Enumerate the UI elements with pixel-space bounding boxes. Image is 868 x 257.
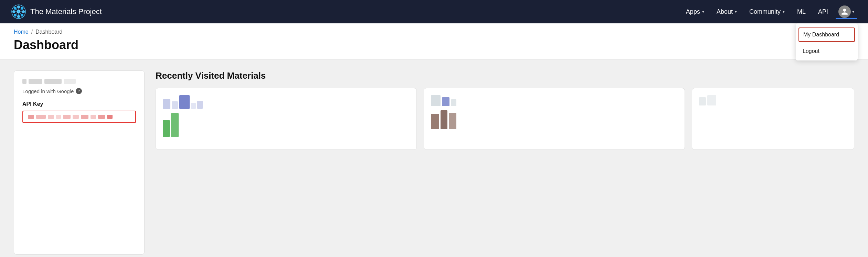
about-chevron-icon: ▾ — [735, 9, 737, 14]
name-blur-2 — [29, 79, 42, 84]
recently-visited-title: Recently Visited Materials — [156, 70, 854, 81]
logout-menu-item[interactable]: Logout — [796, 44, 858, 58]
navbar: The Materials Project Apps ▾ About ▾ Com… — [0, 0, 868, 23]
name-blur-3 — [44, 79, 62, 84]
nav-apps-label: Apps — [686, 8, 700, 15]
brand: The Materials Project — [11, 4, 681, 19]
nav-ml[interactable]: ML — [792, 5, 811, 18]
breadcrumb: Home / Dashboard — [14, 29, 854, 35]
avatar — [838, 5, 851, 18]
material-card-1[interactable] — [156, 88, 417, 150]
name-blur-1 — [22, 79, 27, 84]
key-blur-2 — [36, 115, 46, 119]
breadcrumb-separator: / — [31, 29, 33, 35]
breadcrumb-home-link[interactable]: Home — [14, 29, 29, 35]
materials-grid — [156, 88, 854, 150]
community-chevron-icon: ▾ — [783, 9, 785, 14]
key-blur-1 — [28, 115, 34, 119]
material-card-2[interactable] — [424, 88, 685, 150]
profile-name-blurred — [22, 79, 136, 84]
profile-card: Logged in with Google ? API Key — [14, 70, 145, 255]
material-viz-3 — [699, 95, 847, 105]
nav-api-label: API — [818, 8, 828, 15]
logged-in-label: Logged in with Google — [22, 88, 74, 94]
nav-about-label: About — [717, 8, 733, 15]
navbar-nav: Apps ▾ About ▾ Community ▾ ML API ▾ — [681, 4, 857, 19]
recently-visited-section: Recently Visited Materials — [156, 70, 854, 255]
key-blur-9 — [98, 115, 105, 119]
key-blur-4 — [56, 115, 61, 119]
breadcrumb-current: Dashboard — [35, 29, 62, 35]
key-blur-8 — [91, 115, 96, 119]
nav-about[interactable]: About ▾ — [712, 5, 742, 18]
active-indicator — [836, 18, 857, 19]
material-viz-2 — [431, 95, 678, 106]
user-chevron-icon: ▾ — [852, 9, 854, 14]
api-key-label: API Key — [22, 101, 136, 107]
name-blur-4 — [64, 79, 76, 84]
key-blur-5 — [63, 115, 71, 119]
key-blur-6 — [73, 115, 79, 119]
user-dropdown-menu: My Dashboard Logout — [796, 23, 858, 60]
material-viz-1 — [163, 95, 410, 109]
nav-community-label: Community — [749, 8, 781, 15]
my-dashboard-menu-item[interactable]: My Dashboard — [798, 27, 855, 42]
page-title: Dashboard — [14, 38, 854, 52]
nav-community[interactable]: Community ▾ — [744, 5, 790, 18]
logged-in-text: Logged in with Google ? — [22, 88, 136, 94]
brand-title: The Materials Project — [30, 7, 102, 16]
logo-icon — [11, 4, 26, 19]
apps-chevron-icon: ▾ — [702, 9, 704, 14]
help-icon[interactable]: ? — [76, 88, 82, 94]
user-menu-button[interactable]: ▾ — [836, 4, 857, 19]
page-header: Home / Dashboard Dashboard — [0, 23, 868, 59]
key-blur-7 — [81, 115, 88, 119]
key-blur-3 — [48, 115, 54, 119]
nav-ml-label: ML — [797, 8, 806, 15]
main-content: Logged in with Google ? API Key Recently… — [0, 59, 868, 257]
material-card-3[interactable] — [692, 88, 854, 150]
key-blur-10 — [107, 115, 113, 119]
nav-apps[interactable]: Apps ▾ — [681, 5, 709, 18]
api-key-box — [22, 111, 136, 123]
nav-api[interactable]: API — [813, 5, 833, 18]
